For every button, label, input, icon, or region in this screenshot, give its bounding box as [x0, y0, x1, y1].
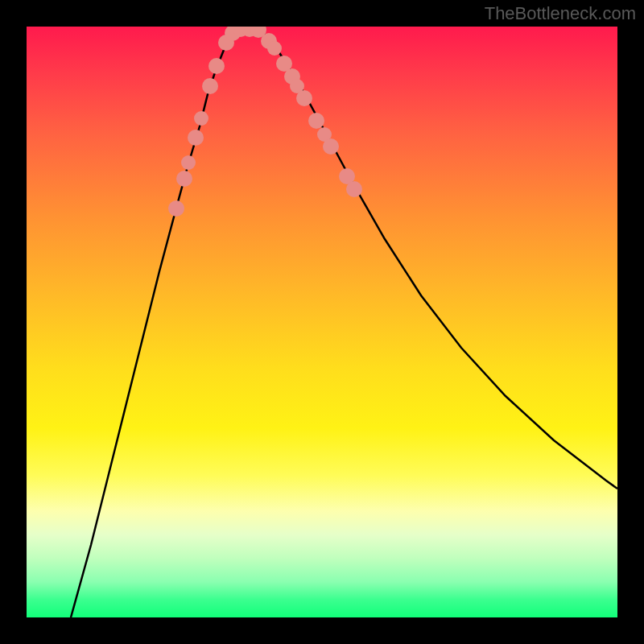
- bottleneck-curve: [71, 28, 617, 617]
- marker-dot: [308, 113, 324, 129]
- marker-dot: [296, 90, 312, 106]
- marker-dot: [188, 130, 204, 146]
- marker-dot: [267, 41, 282, 56]
- marker-dot: [181, 155, 196, 170]
- marker-dot: [194, 111, 208, 126]
- marker-dot: [346, 181, 362, 197]
- marker-dot: [176, 171, 192, 187]
- marker-dot: [168, 200, 184, 217]
- watermark-text: TheBottleneck.com: [485, 3, 636, 24]
- marker-dot: [202, 78, 218, 94]
- marker-dot: [323, 138, 339, 155]
- chart-plot-area: [27, 27, 617, 617]
- marker-group: [168, 27, 362, 217]
- marker-dot: [208, 58, 225, 74]
- chart-svg: [27, 27, 617, 617]
